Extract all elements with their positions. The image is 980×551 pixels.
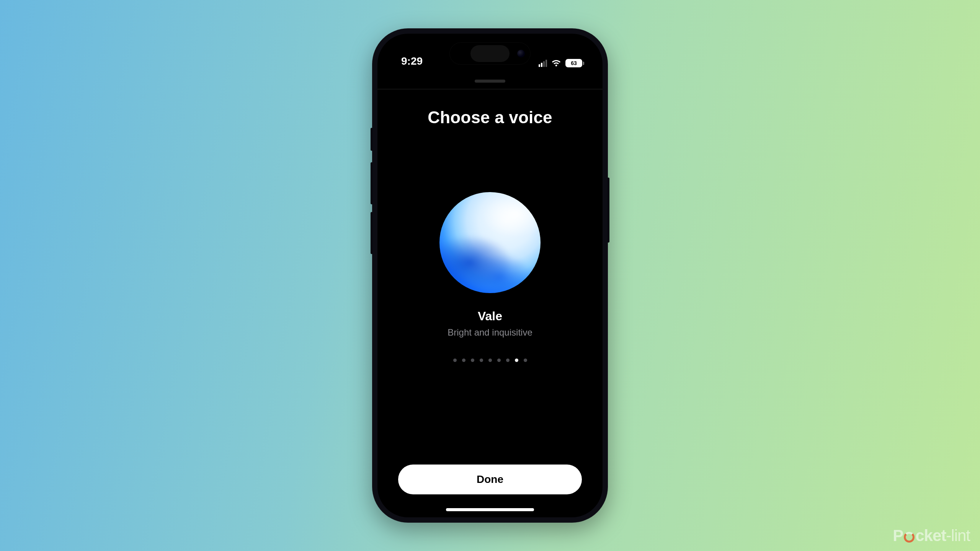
wifi-icon	[551, 59, 562, 67]
phone-volume-down-button	[371, 212, 373, 254]
watermark: P cket -lint	[893, 527, 970, 545]
cellular-signal-icon	[539, 59, 547, 67]
power-icon	[904, 532, 915, 543]
front-camera-icon	[517, 50, 525, 57]
phone-side-button	[371, 128, 373, 151]
battery-level: 63	[571, 60, 577, 66]
phone-frame: 9:29 63 Choose a voice	[372, 28, 608, 523]
pager-dot[interactable]	[462, 359, 466, 362]
voice-name: Vale	[478, 309, 502, 323]
voice-description: Bright and inquisitive	[448, 327, 532, 338]
watermark-p: P	[893, 527, 903, 545]
voice-orb[interactable]	[439, 192, 541, 293]
pager-dot[interactable]	[515, 359, 518, 362]
battery-icon: 63	[565, 59, 584, 67]
pager-dot[interactable]	[506, 359, 510, 362]
status-time: 9:29	[401, 55, 423, 67]
done-button[interactable]: Done	[398, 465, 582, 494]
phone-power-button	[607, 178, 609, 243]
pager-dot[interactable]	[471, 359, 474, 362]
pager-dot[interactable]	[524, 359, 527, 362]
page-indicator[interactable]	[453, 359, 527, 362]
page-title: Choose a voice	[428, 108, 552, 127]
dynamic-island	[450, 43, 530, 64]
pager-dot[interactable]	[497, 359, 501, 362]
home-indicator[interactable]	[446, 508, 534, 511]
watermark-suffix: -lint	[946, 527, 970, 545]
watermark-rest: cket	[915, 527, 946, 545]
pager-dot[interactable]	[453, 359, 457, 362]
sheet-grabber[interactable]	[475, 80, 505, 83]
pager-dot[interactable]	[488, 359, 492, 362]
pager-dot[interactable]	[480, 359, 483, 362]
main-content: Choose a voice Vale Bright and inquisiti…	[377, 90, 603, 517]
phone-volume-up-button	[371, 162, 373, 204]
phone-screen: 9:29 63 Choose a voice	[377, 34, 603, 517]
